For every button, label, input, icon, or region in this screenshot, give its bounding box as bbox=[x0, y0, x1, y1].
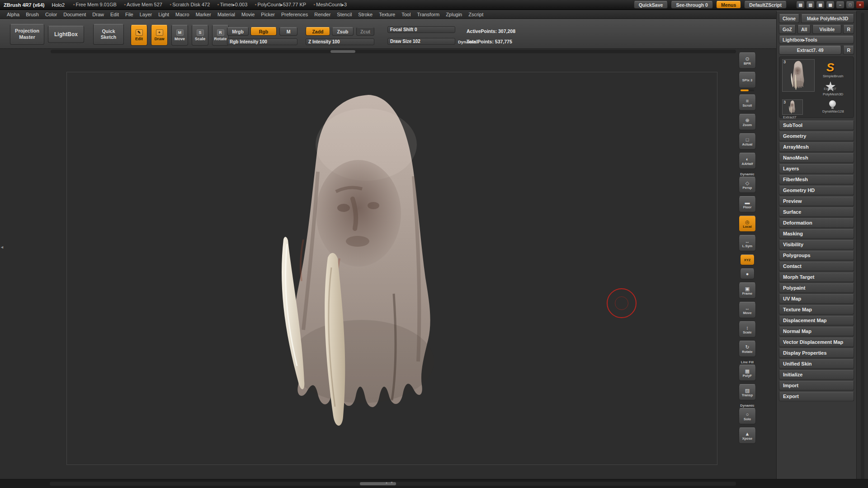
shelf-button[interactable]: SPix 3 bbox=[739, 72, 756, 91]
shelf-button-face[interactable]: XYZ bbox=[740, 254, 755, 265]
rgb-intensity-slider[interactable]: Rgb Intensity 100 bbox=[227, 38, 297, 45]
shelf-button[interactable]: ▣ Frame bbox=[739, 282, 756, 299]
menu-item[interactable]: Transform bbox=[414, 12, 443, 17]
menu-item[interactable]: Tool bbox=[398, 12, 414, 17]
shelf-button-face[interactable]: ○ Solo bbox=[739, 408, 756, 424]
shelf-button-face[interactable]: ◐ AAHalf bbox=[739, 153, 756, 169]
panel-scrollbar[interactable] bbox=[857, 11, 868, 488]
palette-section[interactable]: Vector Displacement Map bbox=[779, 338, 854, 347]
spix-slider[interactable] bbox=[741, 89, 754, 91]
projection-master-button[interactable]: Projection Master bbox=[10, 24, 44, 45]
canvas-scrollbar-top[interactable] bbox=[51, 50, 736, 53]
scrollbar-thumb[interactable] bbox=[330, 50, 355, 53]
shelf-button[interactable]: ◎ Local bbox=[739, 216, 756, 232]
shelf-button[interactable]: ▨ Transp bbox=[739, 384, 756, 400]
shelf-button-face[interactable]: ≡ Scroll bbox=[739, 94, 756, 111]
palette-section[interactable]: Normal Map bbox=[779, 327, 854, 336]
shelf-button[interactable]: ≡ Scroll bbox=[739, 94, 756, 111]
shelf-button-face[interactable]: ▬ Floor bbox=[739, 196, 756, 212]
menu-item[interactable]: Marker bbox=[193, 12, 214, 17]
current-tool-slider[interactable]: Extract7. 49 bbox=[779, 46, 841, 55]
palette-section[interactable]: FiberMesh bbox=[779, 175, 854, 184]
menus-button[interactable]: Menus bbox=[716, 1, 741, 9]
menu-item[interactable]: Light bbox=[155, 12, 172, 17]
menu-item[interactable]: Render bbox=[311, 12, 334, 17]
shelf-button-face[interactable]: ↔ L.Sym bbox=[739, 235, 756, 251]
quicksave-button[interactable]: QuickSave bbox=[634, 1, 668, 9]
menu-item[interactable]: Alpha bbox=[4, 12, 23, 17]
palette-section[interactable]: Masking bbox=[779, 229, 854, 239]
quick-sketch-button[interactable]: Quick Sketch bbox=[93, 24, 124, 45]
shelf-button[interactable]: ◐ AAHalf bbox=[739, 153, 756, 169]
focal-shift-slider[interactable]: Focal Shift 0 bbox=[387, 26, 455, 33]
shelf-button-face[interactable]: ↔ Move bbox=[739, 302, 756, 318]
palette-section[interactable]: Import bbox=[779, 381, 854, 390]
menu-item[interactable]: Document bbox=[60, 12, 89, 17]
palette-section[interactable]: Polypaint bbox=[779, 283, 854, 293]
mode-button[interactable]: M Move bbox=[171, 25, 188, 46]
clone-button[interactable]: Clone bbox=[779, 14, 799, 23]
zcut-button[interactable]: Zcut bbox=[356, 27, 374, 36]
menu-item[interactable]: Layer bbox=[137, 12, 156, 17]
palette-section[interactable]: Display Properties bbox=[779, 348, 854, 358]
make-polymesh3d-button[interactable]: Make PolyMesh3D bbox=[801, 14, 854, 23]
shelf-button[interactable]: Dynamic ○ Solo bbox=[739, 404, 756, 424]
shelf-button-face[interactable]: ● bbox=[740, 268, 755, 279]
menu-item[interactable]: Zplugin bbox=[443, 12, 465, 17]
shelf-button[interactable]: □ Actual bbox=[739, 133, 756, 150]
shelf-button[interactable]: ↔ L.Sym bbox=[739, 235, 756, 251]
canvas-scroll-arrows[interactable]: ▲ ▼ bbox=[385, 481, 394, 484]
palette-section[interactable]: NanoMesh bbox=[779, 153, 854, 163]
window-control-icon[interactable]: □ bbox=[846, 1, 854, 9]
shelf-button-face[interactable]: ⊕ Zoom bbox=[739, 114, 756, 130]
shelf-button-face[interactable]: ◎ Local bbox=[739, 216, 756, 232]
shelf-button-face[interactable]: □ Actual bbox=[739, 133, 756, 150]
zadd-button[interactable]: Zadd bbox=[306, 27, 330, 36]
menu-item[interactable]: Macro bbox=[172, 12, 193, 17]
shelf-button-face[interactable]: ▲ Xpose bbox=[739, 427, 756, 444]
mode-button[interactable]: ✎ Edit bbox=[131, 25, 147, 46]
lightbox-button[interactable]: LightBox bbox=[48, 26, 84, 43]
shelf-button-face[interactable]: ◇ Persp bbox=[739, 177, 756, 193]
shelf-button[interactable]: ▬ Floor bbox=[739, 196, 756, 212]
default-zscript-button[interactable]: DefaultZScript bbox=[744, 1, 787, 9]
shelf-button[interactable]: ↕ Scale bbox=[739, 321, 756, 338]
palette-section[interactable]: Surface bbox=[779, 207, 854, 217]
menu-item[interactable]: Draw bbox=[89, 12, 107, 17]
m-button[interactable]: M bbox=[279, 27, 297, 36]
palette-section[interactable]: Geometry HD bbox=[779, 186, 854, 195]
shelf-button[interactable]: ▲ Xpose bbox=[739, 427, 756, 444]
shelf-button-face[interactable]: ▨ Transp bbox=[739, 384, 756, 400]
palette-section[interactable]: Geometry bbox=[779, 131, 854, 141]
menu-item[interactable]: Zscript bbox=[465, 12, 486, 17]
menu-item[interactable]: Color bbox=[42, 12, 60, 17]
menu-item[interactable]: Edit bbox=[107, 12, 122, 17]
goz-all-button[interactable]: All bbox=[797, 25, 811, 34]
current-tool-thumbnail[interactable]: 3 Extract7 bbox=[782, 59, 815, 92]
palette-section[interactable]: Polygroups bbox=[779, 251, 854, 260]
mrgb-button[interactable]: Mrgb bbox=[227, 27, 249, 36]
z-intensity-slider[interactable]: Z Intensity 100 bbox=[306, 38, 374, 45]
menu-item[interactable]: Stencil bbox=[334, 12, 355, 17]
window-control-icon[interactable]: ▤ bbox=[796, 1, 805, 9]
draw-size-slider[interactable]: Draw Size 102 bbox=[387, 38, 455, 45]
palette-section[interactable]: UV Map bbox=[779, 294, 854, 304]
recent-tool-thumbnail[interactable]: 3 bbox=[782, 99, 803, 115]
palette-section[interactable]: SubTool bbox=[779, 121, 854, 130]
window-control-icon[interactable]: – bbox=[836, 1, 844, 9]
palette-section[interactable]: Layers bbox=[779, 164, 854, 174]
rgb-button[interactable]: Rgb bbox=[250, 27, 277, 36]
menu-item[interactable]: Movie bbox=[238, 12, 258, 17]
palette-section[interactable]: Displacement Map bbox=[779, 316, 854, 325]
menu-item[interactable]: Preferences bbox=[278, 12, 311, 17]
shelf-button-face[interactable]: ▦ PolyF bbox=[739, 365, 756, 381]
shelf-button-face[interactable]: ⊙ BPR bbox=[739, 52, 756, 69]
palette-section[interactable]: Initialize bbox=[779, 370, 854, 380]
window-control-icon[interactable]: ▩ bbox=[826, 1, 835, 9]
dynawax-icon[interactable] bbox=[829, 100, 836, 107]
menu-item[interactable]: Material bbox=[214, 12, 238, 17]
menu-item[interactable]: Brush bbox=[23, 12, 42, 17]
palette-section[interactable]: Morph Target bbox=[779, 272, 854, 282]
shelf-button[interactable]: XYZ bbox=[740, 254, 755, 265]
shelf-button-face[interactable]: ▣ Frame bbox=[739, 282, 756, 299]
